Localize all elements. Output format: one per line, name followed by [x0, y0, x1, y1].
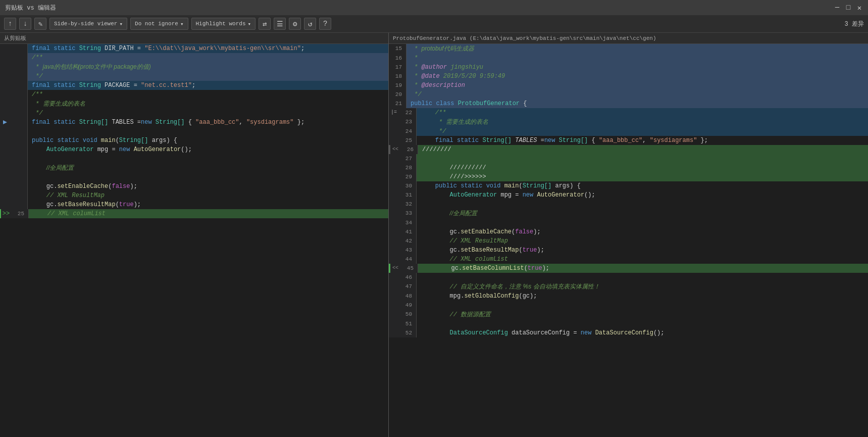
- right-gutter: [389, 292, 399, 301]
- left-gutter: [0, 62, 10, 72]
- line-content: [417, 273, 868, 282]
- left-gutter: [0, 99, 10, 109]
- line-number: 23: [399, 117, 417, 127]
- table-row: >> 25 // XML columList: [0, 209, 388, 218]
- line-number: 34: [399, 218, 417, 227]
- table-row: 33 //全局配置: [389, 209, 868, 218]
- left-gutter: >>: [1, 209, 11, 218]
- line-number: 25: [399, 136, 417, 145]
- lines-button[interactable]: ☰: [274, 18, 286, 30]
- chevron-down-icon: ▾: [119, 21, 123, 27]
- settings-button[interactable]: ⚙: [289, 18, 301, 30]
- line-number: 17: [389, 63, 406, 72]
- line-content: [417, 200, 868, 209]
- line-content: final static String PACKAGE = "net.cc.te…: [28, 81, 388, 90]
- table-row: //全局配置: [0, 163, 388, 173]
- ignore-mode-dropdown[interactable]: Do not ignore ▾: [130, 18, 188, 30]
- left-gutter: [0, 53, 10, 62]
- line-content: // 自定义文件命名，注意 %s 会自动填充表实体属性！: [417, 282, 868, 292]
- table-row: 47 // 自定义文件命名，注意 %s 会自动填充表实体属性！: [389, 282, 868, 292]
- line-content: /**: [28, 53, 388, 62]
- line-number: [10, 200, 28, 209]
- maximize-button[interactable]: □: [845, 4, 852, 11]
- line-number: [10, 136, 28, 145]
- right-gutter: [389, 255, 399, 264]
- line-content: //全局配置: [417, 209, 868, 218]
- nav-prev-button[interactable]: ↑: [4, 18, 16, 30]
- line-number: 32: [399, 200, 417, 209]
- line-number: [10, 53, 28, 62]
- line-content: //////////: [417, 163, 868, 172]
- line-number: 50: [399, 310, 417, 319]
- left-gutter: [0, 182, 10, 191]
- table-row: 18 * @date 2019/5/20 9:59:49: [389, 72, 868, 81]
- line-number: 41: [399, 227, 417, 236]
- line-content: public static void main(String[] args) {: [28, 136, 388, 145]
- table-row: 25 final static String[] TABLES =new Str…: [389, 136, 868, 145]
- toolbar: ↑ ↓ ✎ Side-by-side viewer ▾ Do not ignor…: [0, 15, 868, 33]
- line-content: [28, 127, 388, 136]
- view-mode-dropdown[interactable]: Side-by-side viewer ▾: [49, 18, 127, 30]
- table-row: 52 DataSourceConfig dataSourceConfig = n…: [389, 328, 868, 337]
- table-row: 30 public static void main(String[] args…: [389, 181, 868, 190]
- swap-button[interactable]: ⇄: [259, 18, 271, 30]
- nav-next-button[interactable]: ↓: [19, 18, 31, 30]
- right-gutter: |=: [389, 108, 399, 117]
- right-gutter: [389, 319, 399, 328]
- line-number: 29: [399, 172, 417, 181]
- chevron-down-icon: ▾: [248, 21, 251, 27]
- line-content: AutoGenerator mpg = new AutoGenerator();: [28, 145, 388, 154]
- table-row: final static String DIR_PATH = "E:\\dat\…: [0, 44, 388, 53]
- line-number: 45: [400, 264, 418, 273]
- line-number: 43: [399, 246, 417, 255]
- right-code-area[interactable]: 15 * protobuf代码生成器 16 * 17 * @author jin…: [389, 44, 868, 437]
- table-row: 24 */: [389, 127, 868, 136]
- table-row: 32: [389, 200, 868, 209]
- line-number: 30: [399, 181, 417, 190]
- right-gutter: [389, 190, 399, 200]
- table-row: << 26 ////////: [389, 145, 868, 154]
- close-button[interactable]: ✕: [856, 4, 863, 11]
- line-content: DataSourceConfig dataSourceConfig = new …: [417, 328, 868, 337]
- svg-marker-0: [3, 120, 7, 124]
- title-bar: 剪贴板 vs 编辑器 ─ □ ✕: [0, 0, 868, 15]
- refresh-button[interactable]: ↺: [304, 18, 316, 30]
- line-content: final static String[] TABLES =new String…: [28, 118, 388, 127]
- line-content: [28, 173, 388, 182]
- line-number: 44: [399, 255, 417, 264]
- table-row: /**: [0, 90, 388, 99]
- highlight-words-dropdown[interactable]: Highlight words ▾: [191, 18, 256, 30]
- table-row: * 需要生成的表名: [0, 99, 388, 109]
- left-code-area[interactable]: final static String DIR_PATH = "E:\\dat\…: [0, 44, 388, 437]
- line-number: 24: [399, 127, 417, 136]
- edit-button[interactable]: ✎: [34, 18, 46, 30]
- title-bar-left: 剪贴板 vs 编辑器: [5, 4, 56, 12]
- table-row: 41 gc.setEnableCache(false);: [389, 227, 868, 236]
- minimize-button[interactable]: ─: [834, 4, 841, 11]
- table-row: 23 * 需要生成的表名: [389, 117, 868, 127]
- line-number: [10, 109, 28, 118]
- right-gutter: [389, 127, 399, 136]
- left-gutter: [0, 200, 10, 209]
- line-content: * @date 2019/5/20 9:59:49: [406, 72, 868, 81]
- table-row: 51: [389, 319, 868, 328]
- line-content: // XML columList: [29, 209, 388, 218]
- left-gutter: [0, 173, 10, 182]
- table-row: 31 AutoGenerator mpg = new AutoGenerator…: [389, 190, 868, 200]
- line-content: mpg.setGlobalConfig(gc);: [417, 292, 868, 301]
- line-content: * java的包结构(proto文件中 package的值): [28, 62, 388, 72]
- right-gutter: <<: [390, 145, 400, 154]
- line-content: ////////: [418, 145, 868, 154]
- table-row: 29 ////>>>>>>: [389, 172, 868, 181]
- table-row: [0, 127, 388, 136]
- line-number: [10, 72, 28, 81]
- line-content: gc.setEnableCache(false);: [417, 227, 868, 236]
- title-bar-controls[interactable]: ─ □ ✕: [834, 4, 863, 11]
- line-number: [10, 90, 28, 99]
- line-content: [417, 218, 868, 227]
- help-button[interactable]: ?: [319, 18, 331, 30]
- line-content: */: [28, 72, 388, 81]
- line-number: [10, 145, 28, 154]
- table-row: */: [0, 72, 388, 81]
- right-gutter: [389, 328, 399, 337]
